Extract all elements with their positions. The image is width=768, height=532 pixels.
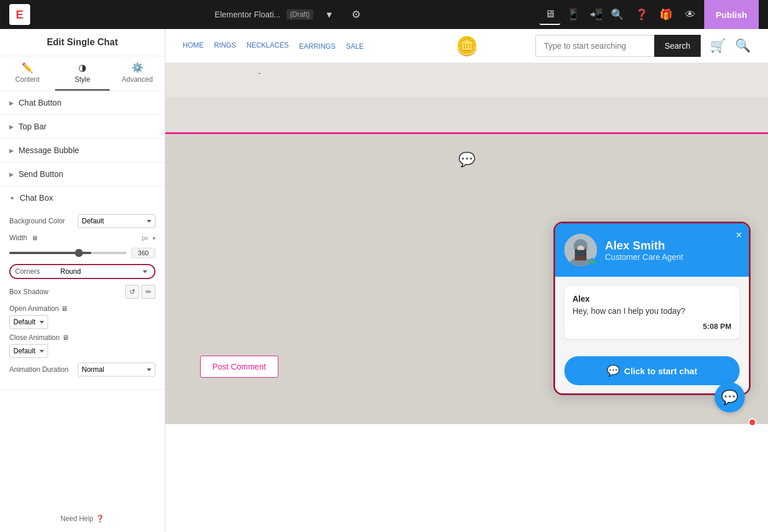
view-mode-icons: 🖥 📱 📲 — [539, 4, 607, 25]
elementor-logo: E — [9, 4, 30, 25]
need-help-label: Need Help — [60, 515, 93, 523]
content-tab-icon: ✏️ — [21, 62, 33, 73]
tab-content[interactable]: ✏️ Content — [0, 56, 55, 91]
close-animation-select[interactable]: Default — [9, 344, 48, 358]
site-logo: 🪙 — [455, 35, 479, 57]
corners-label: Corners — [15, 267, 56, 276]
desktop-view-icon[interactable]: 🖥 — [539, 4, 560, 25]
animation-duration-select[interactable]: Normal — [78, 363, 155, 377]
chevron-right-icon: ▶ — [9, 171, 14, 178]
chat-body: Alex Hey, how can I help you today? 5:08… — [555, 277, 749, 348]
top-bar-header[interactable]: ▶ Top Bar — [0, 115, 165, 138]
chat-box-content: Background Color Default Width 🖥 px ▾ — [0, 209, 165, 389]
chevron-down-icon[interactable]: ▾ — [319, 4, 340, 25]
mobile-view-icon[interactable]: 📲 — [586, 4, 607, 25]
open-animation-group: Open Animation 🖥 Default — [9, 305, 155, 329]
messenger-icon: 💬 — [607, 364, 620, 377]
chat-message-time: 5:08 PM — [573, 322, 731, 331]
tab-style[interactable]: ◑ Style — [55, 56, 110, 91]
preview-header-right: Search 🛒 🔍 — [490, 35, 751, 57]
header-search-icon[interactable]: 🔍 — [735, 38, 751, 53]
style-tab-icon: ◑ — [78, 62, 86, 73]
width-unit-toggle[interactable]: ▾ — [153, 235, 155, 241]
settings-icon[interactable]: ⚙ — [346, 4, 367, 25]
preview-light-section: - — [165, 63, 768, 97]
chat-button-header[interactable]: ▶ Chat Button — [0, 91, 165, 114]
send-button-label: Send Button — [19, 169, 63, 179]
close-animation-group: Close Animation 🖥 Default — [9, 334, 155, 358]
search-input[interactable] — [535, 35, 654, 57]
sidebar-tabs: ✏️ Content ◑ Style ⚙️ Advanced — [0, 56, 165, 91]
background-color-select[interactable]: Default — [78, 214, 155, 228]
tablet-view-icon[interactable]: 📱 — [563, 4, 584, 25]
cart-icon[interactable]: 🛒 — [710, 38, 726, 53]
message-bubble-label: Message Bubble — [19, 146, 79, 155]
floating-chat-button[interactable]: 💬 — [715, 382, 745, 412]
agent-role: Customer Care Agent — [605, 252, 740, 262]
preview-nav-left: HOME RINGS NECKLACES EARRINGS SALE — [183, 41, 444, 50]
sidebar-header: Edit Single Chat — [0, 29, 165, 56]
box-shadow-label: Box Shadow — [9, 288, 121, 296]
top-bar-label: Top Bar — [19, 122, 46, 131]
preview-gray-section: 💬 Post Comment — [165, 134, 768, 424]
chat-box-header[interactable]: ▼ Chat Box — [0, 186, 165, 209]
chevron-down-icon: ▼ — [9, 195, 15, 201]
send-button-header[interactable]: ▶ Send Button — [0, 162, 165, 186]
start-chat-button[interactable]: 💬 Click to start chat — [564, 356, 740, 385]
chat-button-label: Chat Button — [19, 98, 61, 107]
toolbar-center: Elementor Floati... (Draft) ▾ ⚙ — [42, 4, 539, 25]
chat-box-label: Chat Box — [20, 193, 53, 202]
open-animation-label: Open Animation 🖥 — [9, 305, 155, 313]
chevron-right-icon: ▶ — [9, 124, 14, 130]
chat-header: Alex Smith Customer Care Agent × — [555, 223, 749, 277]
monitor-icon: 🖥 — [31, 234, 38, 241]
nav-sale[interactable]: SALE — [346, 42, 364, 50]
section-chat-box: ▼ Chat Box Background Color Default Widt… — [0, 186, 165, 390]
width-unit: px — [142, 235, 148, 241]
chevron-right-icon: ▶ — [9, 100, 14, 106]
tab-advanced[interactable]: ⚙️ Advanced — [110, 56, 165, 91]
preview-canvas: - 💬 Post Comment — [165, 63, 768, 424]
notification-dot — [748, 418, 756, 426]
chat-close-button[interactable]: × — [736, 229, 742, 241]
section-message-bubble: ▶ Message Bubble — [0, 139, 165, 162]
section-send-button: ▶ Send Button — [0, 162, 165, 186]
chat-widget: Alex Smith Customer Care Agent × Alex He… — [553, 222, 751, 395]
box-shadow-row: Box Shadow ↺ ✏ — [9, 285, 155, 299]
advanced-tab-icon: ⚙️ — [132, 62, 143, 73]
need-help[interactable]: Need Help ❓ — [0, 505, 165, 532]
nav-earrings[interactable]: EARRINGS — [299, 42, 336, 50]
gift-icon[interactable]: 🎁 — [655, 4, 676, 25]
monitor-icon: 🖥 — [62, 334, 69, 342]
toolbar-right: 🔍 ❓ 🎁 👁 Publish — [607, 0, 759, 29]
draft-badge: (Draft) — [287, 9, 313, 20]
monitor-icon: 🖥 — [61, 305, 68, 313]
width-row: Width 🖥 px ▾ — [9, 234, 155, 242]
help-circle-icon: ❓ — [96, 515, 104, 523]
width-label: Width 🖥 — [9, 234, 73, 242]
shadow-edit-btn[interactable]: ✏ — [142, 285, 155, 299]
post-comment-button[interactable]: Post Comment — [200, 356, 278, 378]
background-color-label: Background Color — [9, 217, 73, 225]
width-value: 360 — [131, 248, 155, 258]
preview-area: HOME RINGS NECKLACES EARRINGS SALE � — [165, 29, 768, 532]
shadow-reset-btn[interactable]: ↺ — [125, 285, 139, 299]
nav-necklaces[interactable]: NECKLACES — [247, 41, 289, 50]
width-slider-row: 360 — [9, 248, 155, 258]
nav-rings[interactable]: RINGS — [214, 41, 236, 50]
preview-icon[interactable]: 👁 — [680, 4, 701, 25]
help-icon[interactable]: ❓ — [631, 4, 652, 25]
preview-dash: - — [258, 68, 261, 78]
width-slider[interactable] — [9, 252, 126, 254]
chat-message-text: Hey, how can I help you today? — [573, 306, 731, 317]
search-button[interactable]: Search — [654, 35, 701, 57]
nav-home[interactable]: HOME — [183, 41, 204, 50]
open-animation-select[interactable]: Default — [9, 315, 48, 329]
style-tab-label: Style — [75, 75, 90, 84]
chat-sender-name: Alex — [573, 294, 731, 303]
message-bubble-header[interactable]: ▶ Message Bubble — [0, 139, 165, 162]
search-icon[interactable]: 🔍 — [607, 4, 628, 25]
publish-button[interactable]: Publish — [704, 0, 759, 29]
content-tab-label: Content — [15, 75, 39, 84]
corners-select[interactable]: Round Default Sharp — [60, 267, 150, 276]
